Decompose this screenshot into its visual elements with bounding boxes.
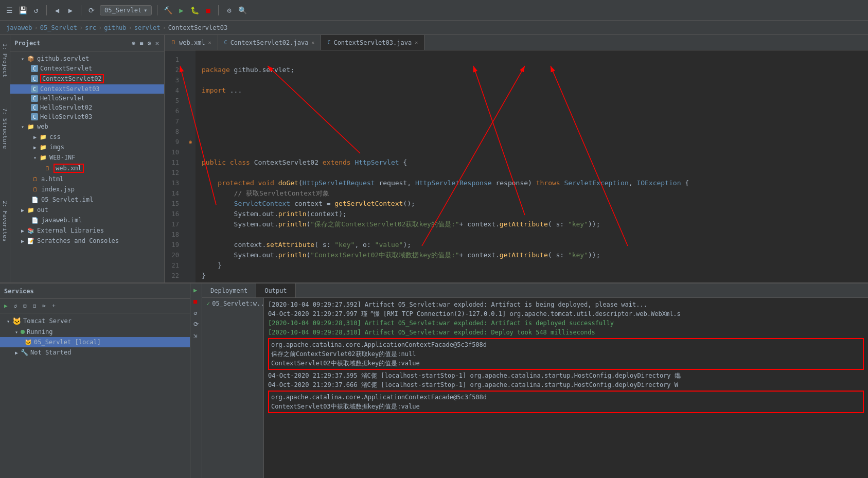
tree-item-webinf[interactable]: ▾ 📁 WEB-INF	[10, 152, 164, 163]
out-stop-icon[interactable]: ■	[192, 297, 200, 306]
stop-icon[interactable]: ■	[203, 5, 213, 15]
main-toolbar: ☰ 💾 ↺ ◀ ▶ ⟳ 05_Servlet ▾ 🔨 ▶ 🐛 ■ ⚙ 🔍	[0, 0, 868, 21]
settings-icon[interactable]: ⚙	[224, 5, 234, 15]
tree-item-helloservlet03[interactable]: C HelloServlet03	[10, 112, 164, 121]
tab-webxml[interactable]: 🗒 web.xml ✕	[165, 35, 218, 50]
deployment-panel: ✓ 05_Servlet:w...	[202, 298, 264, 478]
tree-item-contextservlet02[interactable]: C ContextServlet02	[10, 73, 164, 84]
sidebar-collapse-icon[interactable]: ⊕	[131, 39, 136, 48]
code-content[interactable]: package github.servlet; import ... publi…	[196, 50, 868, 282]
output-tab-label: Output	[264, 287, 287, 294]
services-group-btn[interactable]: ⊞	[21, 302, 29, 310]
breadcrumb-javaweb[interactable]: javaweb	[6, 24, 32, 31]
breadcrumb: javaweb › 05_Servlet › src › github › se…	[0, 21, 868, 35]
tab-contextservlet03-close[interactable]: ✕	[415, 40, 418, 45]
tree-item-ahtml[interactable]: 🗒 a.html	[10, 174, 164, 184]
project-name: 05_Servlet	[104, 7, 141, 14]
tree-item-javaweb-iml[interactable]: 📄 javaweb.iml	[10, 215, 164, 225]
line-num-15: 15	[167, 199, 183, 209]
output-tab-output[interactable]: Output	[256, 284, 295, 297]
save-icon[interactable]: 💾	[17, 5, 28, 15]
tree-label-contextservlet02: ContextServlet02	[40, 74, 104, 83]
tree-item-css[interactable]: ▶ 📁 css	[10, 132, 164, 142]
tree-item-indexjsp[interactable]: 🗒 index.jsp	[10, 184, 164, 194]
tree-label: HelloServlet	[40, 95, 85, 102]
tab-contextservlet02[interactable]: C ContextServlet02.java ✕	[218, 35, 322, 50]
out-nav-icon[interactable]: ⇲	[192, 331, 200, 340]
svc-running-label: Running	[27, 328, 53, 335]
expand-arrow: ▶	[31, 134, 39, 140]
tree-item-webxml[interactable]: 🗒 web.xml	[10, 163, 164, 174]
web-vtab[interactable]: Web	[1, 278, 9, 282]
out-run-icon[interactable]: ▶	[192, 286, 200, 295]
out-refresh-icon[interactable]: ⟳	[192, 320, 200, 329]
breadcrumb-servlet[interactable]: 05_Servlet	[40, 24, 77, 31]
sep1	[46, 5, 47, 15]
line-num-6: 6	[167, 106, 183, 116]
folder-icon: 📁	[27, 122, 35, 131]
code-line-13: // 获取ServletContext对象	[202, 189, 329, 197]
expand-arrow: ▾	[19, 56, 27, 62]
debug-icon[interactable]: 🐛	[189, 5, 200, 15]
favorites-vtab[interactable]: 2: Favorites	[1, 197, 9, 245]
tree-item-out[interactable]: ▶ 📁 out	[10, 205, 164, 215]
tab-webxml-close[interactable]: ✕	[208, 40, 211, 45]
services-run-btn[interactable]: ▶	[2, 302, 10, 310]
class-icon: C	[31, 95, 38, 102]
build-icon[interactable]: 🔨	[163, 5, 173, 15]
out-line-8: 04-Oct-2020 21:29:37.595 渻C伌 [localhost-…	[268, 371, 864, 380]
out-reload-icon[interactable]: ↺	[192, 308, 200, 317]
project-vtab[interactable]: 1: Project	[1, 39, 9, 81]
run-icon[interactable]: ▶	[176, 5, 186, 15]
output-log[interactable]: [2020-10-04 09:29:27.592] Artifact 05_Se…	[264, 298, 868, 478]
line-num-22: 22	[167, 271, 183, 281]
tree-item-iml[interactable]: 📄 05_Servlet.iml	[10, 194, 164, 205]
breadcrumb-github[interactable]: github	[104, 24, 126, 31]
sidebar-close-icon[interactable]: ✕	[154, 39, 160, 48]
tree-item-imgs[interactable]: ▶ 📁 imgs	[10, 142, 164, 152]
sidebar-settings-icon[interactable]: ⚙	[147, 39, 152, 48]
tree-item-scratches[interactable]: ▶ 📝 Scratches and Consoles	[10, 236, 164, 246]
svc-tomcat-server[interactable]: ▾ 🐱 Tomcat Server	[0, 315, 190, 327]
svc-running[interactable]: ▾ Running	[0, 327, 190, 337]
out-line-3: [2020-10-04 09:29:28,310] Artifact 05_Se…	[268, 318, 864, 328]
undo-icon[interactable]: ↺	[31, 5, 41, 15]
services-filter-btn[interactable]: ⊟	[31, 302, 39, 310]
tree-item-contextservlet[interactable]: C ContextServlet	[10, 64, 164, 73]
menu-icon[interactable]: ☰	[4, 5, 14, 15]
svc-not-started[interactable]: ▶ 🔧 Not Started	[0, 347, 190, 358]
code-line-1: package github.servlet;	[202, 66, 294, 74]
services-add-btn[interactable]: +	[50, 302, 58, 310]
output-tab-deployment[interactable]: Deployment	[202, 284, 256, 297]
tree-item-web[interactable]: ▾ 📁 web	[10, 121, 164, 132]
search-icon[interactable]: 🔍	[237, 5, 247, 15]
tomcat-small-icon: 🐱	[25, 339, 32, 346]
project-dropdown[interactable]: 05_Servlet ▾	[100, 5, 152, 15]
deployment-item-1[interactable]: ✓ 05_Servlet:w...	[202, 298, 263, 309]
sidebar-expand-icon[interactable]: ≡	[138, 39, 144, 48]
line-numbers: 1 2 3 4 5 6 7 8 9 10 11 12 13 14 15 16 1…	[165, 50, 185, 282]
structure-vtab[interactable]: 7: Structure	[1, 104, 9, 153]
output-main: ▶ ■ ↺ ⟳ ⇲ Deployment Output	[190, 284, 868, 478]
line-num-20: 20	[167, 250, 183, 260]
breadcrumb-servlet2[interactable]: servlet	[134, 24, 161, 31]
out-line-10: org.apache.catalina.core.ApplicationCont…	[271, 393, 861, 402]
folder-icon: 📁	[39, 143, 47, 151]
tree-item-helloservlet[interactable]: C HelloServlet	[10, 94, 164, 103]
svc-05servlet[interactable]: 🐱 05_Servlet [local]	[0, 337, 190, 347]
package-icon: 📦	[27, 55, 35, 63]
tab-contextservlet02-close[interactable]: ✕	[311, 40, 314, 45]
tree-item-contextservlet03[interactable]: C ContextServlet03	[10, 84, 164, 94]
tree-item-helloservlet02[interactable]: C HelloServlet02	[10, 103, 164, 112]
breadcrumb-src[interactable]: src	[85, 24, 96, 31]
tomcat-icon: 🐱	[12, 317, 21, 325]
tab-contextservlet03[interactable]: C ContextServlet03.java ✕	[321, 35, 424, 50]
services-rerun-btn[interactable]: ↺	[12, 302, 20, 310]
refresh-icon[interactable]: ⟳	[86, 5, 97, 15]
expand-arrow: ▶	[19, 238, 27, 244]
services-nav-btn[interactable]: ⊳	[41, 302, 48, 310]
tree-item-github-servlet[interactable]: ▾ 📦 github.servlet	[10, 54, 164, 64]
tree-item-extlibs[interactable]: ▶ 📚 External Libraries	[10, 225, 164, 236]
forward-icon[interactable]: ▶	[65, 5, 76, 15]
back-icon[interactable]: ◀	[52, 5, 62, 15]
